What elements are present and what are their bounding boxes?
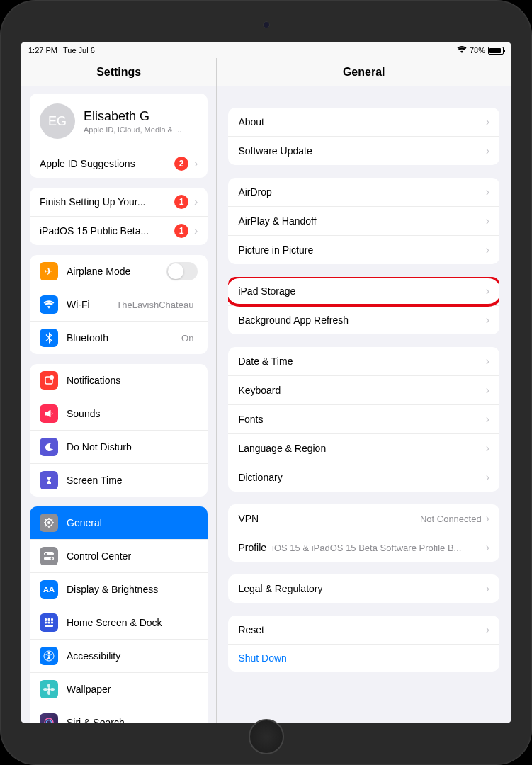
- siri-row[interactable]: Siri & Search: [30, 706, 208, 722]
- svg-point-7: [51, 557, 53, 560]
- wallpaper-row[interactable]: Wallpaper: [30, 672, 208, 706]
- svg-point-20: [43, 688, 47, 691]
- airplane-toggle[interactable]: [166, 262, 198, 280]
- toggle-icon: [40, 547, 58, 565]
- status-time: 1:27 PM: [28, 46, 57, 55]
- accessibility-row[interactable]: Accessibility: [30, 639, 208, 672]
- date-time-row[interactable]: Date & Time ›: [228, 347, 499, 375]
- badge: 1: [174, 195, 188, 209]
- svg-point-17: [47, 688, 50, 691]
- siri-icon: [40, 713, 58, 722]
- apple-id-suggestions-row[interactable]: Apple ID Suggestions 2 ›: [30, 149, 208, 178]
- notifications-row[interactable]: Notifications: [30, 364, 208, 397]
- pip-row[interactable]: Picture in Picture ›: [228, 235, 499, 264]
- svg-point-16: [48, 652, 50, 654]
- badge: 1: [174, 224, 188, 238]
- keyboard-row[interactable]: Keyboard ›: [228, 375, 499, 404]
- control-center-row[interactable]: Control Center: [30, 539, 208, 572]
- chevron-right-icon: ›: [194, 157, 198, 170]
- chevron-right-icon: ›: [486, 471, 489, 484]
- reset-row[interactable]: Reset ›: [228, 616, 499, 644]
- settings-title: Settings: [21, 58, 217, 86]
- chevron-right-icon: ›: [486, 115, 489, 128]
- hourglass-icon: [40, 471, 58, 489]
- chevron-right-icon: ›: [486, 355, 489, 368]
- bluetooth-row[interactable]: Bluetooth On: [30, 321, 208, 354]
- chevron-right-icon: ›: [486, 186, 489, 198]
- chevron-right-icon: ›: [486, 314, 489, 327]
- general-row[interactable]: General: [30, 506, 208, 539]
- apple-id-row[interactable]: EG Elisabeth G Apple ID, iCloud, Media &…: [30, 94, 208, 149]
- svg-point-3: [47, 521, 50, 524]
- user-name: Elisabeth G: [84, 109, 198, 124]
- language-row[interactable]: Language & Region ›: [228, 434, 499, 463]
- gear-icon: [40, 514, 58, 532]
- dnd-row[interactable]: Do Not Disturb: [30, 430, 208, 463]
- chevron-right-icon: ›: [486, 244, 489, 256]
- chevron-right-icon: ›: [486, 512, 489, 525]
- chevron-right-icon: ›: [486, 623, 489, 636]
- notifications-icon: [40, 371, 58, 390]
- svg-rect-14: [45, 625, 53, 627]
- airplane-mode-row[interactable]: ✈ Airplane Mode: [30, 255, 208, 288]
- chevron-right-icon: ›: [486, 144, 489, 157]
- about-row[interactable]: About ›: [228, 108, 499, 136]
- fonts-row[interactable]: Fonts ›: [228, 404, 499, 434]
- wifi-status-icon: [457, 45, 467, 55]
- battery-percent: 78%: [470, 46, 485, 55]
- text-size-icon: AA: [40, 580, 58, 599]
- main-panel[interactable]: About › Software Update › AirDrop › AirP…: [217, 86, 511, 722]
- wifi-row[interactable]: Wi-Fi TheLavishChateau: [30, 288, 208, 321]
- chevron-right-icon: ›: [194, 225, 198, 237]
- chevron-right-icon: ›: [486, 413, 489, 426]
- bg-refresh-row[interactable]: Background App Refresh ›: [228, 305, 499, 334]
- chevron-right-icon: ›: [486, 582, 489, 595]
- svg-rect-8: [45, 618, 47, 620]
- screen: 1:27 PM Tue Jul 6 78% Settings General E…: [21, 42, 511, 722]
- svg-rect-9: [48, 618, 50, 620]
- svg-point-21: [50, 688, 55, 691]
- home-button[interactable]: [249, 719, 284, 754]
- moon-icon: [40, 438, 58, 456]
- front-camera: [263, 21, 270, 28]
- screen-time-row[interactable]: Screen Time: [30, 463, 208, 497]
- airplane-icon: ✈: [40, 262, 58, 280]
- wifi-icon: [40, 295, 58, 314]
- profile-row[interactable]: Profile iOS 15 & iPadOS 15 Beta Software…: [228, 533, 499, 562]
- airdrop-row[interactable]: AirDrop ›: [228, 178, 499, 206]
- sounds-row[interactable]: Sounds: [30, 397, 208, 430]
- bluetooth-icon: [40, 329, 58, 347]
- status-date: Tue Jul 6: [63, 46, 95, 55]
- chevron-right-icon: ›: [194, 196, 198, 208]
- chevron-right-icon: ›: [486, 215, 489, 227]
- software-update-row[interactable]: Software Update ›: [228, 136, 499, 165]
- accessibility-icon: [40, 647, 58, 665]
- ipados-beta-row[interactable]: iPadOS 15 Public Beta... 1 ›: [30, 216, 208, 245]
- chevron-right-icon: ›: [486, 384, 489, 397]
- svg-point-1: [50, 375, 54, 380]
- svg-point-19: [47, 691, 50, 695]
- chevron-right-icon: ›: [486, 285, 489, 298]
- finish-setup-row[interactable]: Finish Setting Up Your... 1 ›: [30, 188, 208, 216]
- status-bar: 1:27 PM Tue Jul 6 78%: [21, 42, 511, 58]
- shutdown-row[interactable]: Shut Down: [228, 644, 499, 672]
- legal-row[interactable]: Legal & Regulatory ›: [228, 574, 499, 603]
- battery-icon: [488, 47, 504, 55]
- svg-point-18: [47, 684, 50, 688]
- home-screen-row[interactable]: Home Screen & Dock: [30, 606, 208, 639]
- display-row[interactable]: AA Display & Brightness: [30, 572, 208, 606]
- svg-rect-13: [51, 622, 53, 624]
- general-title: General: [217, 58, 511, 86]
- headers: Settings General: [21, 58, 511, 86]
- dictionary-row[interactable]: Dictionary ›: [228, 463, 499, 492]
- avatar: EG: [40, 103, 75, 139]
- vpn-row[interactable]: VPN Not Connected ›: [228, 504, 499, 533]
- badge: 2: [174, 157, 188, 171]
- svg-point-23: [47, 720, 52, 723]
- ipad-storage-row[interactable]: iPad Storage ›: [228, 277, 499, 305]
- sidebar[interactable]: EG Elisabeth G Apple ID, iCloud, Media &…: [21, 86, 217, 722]
- airplay-row[interactable]: AirPlay & Handoff ›: [228, 206, 499, 235]
- chevron-right-icon: ›: [486, 442, 489, 455]
- svg-rect-12: [48, 622, 50, 624]
- grid-icon: [40, 613, 58, 632]
